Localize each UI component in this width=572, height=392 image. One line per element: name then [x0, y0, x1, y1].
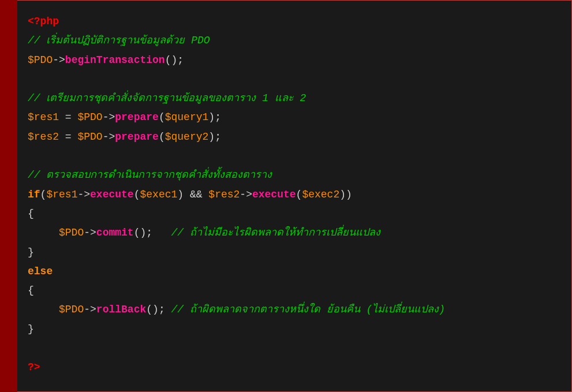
paren: ) — [346, 189, 352, 200]
paren: ) — [140, 227, 146, 238]
semicolon: ; — [177, 54, 184, 66]
keyword-if: if — [28, 189, 40, 200]
brace-open: { — [28, 285, 34, 296]
equals-op: = — [59, 131, 77, 143]
comment-line-3: // ตรวจสอบการดำเนินการจากชุดคำสั่งทั้งสอ… — [28, 169, 272, 181]
code-block: <?php // เริ่มต้นปฏิบัติการฐานข้อมูลด้วย… — [17, 0, 572, 392]
semicolon: ; — [159, 304, 165, 315]
brace-open: { — [28, 208, 34, 219]
arrow-op: -> — [84, 227, 96, 238]
paren: ) — [208, 131, 215, 143]
arrow-op: -> — [240, 189, 252, 200]
paren: ) — [208, 111, 215, 123]
var-pdo: $PDO — [59, 227, 84, 238]
semicolon: ; — [215, 131, 221, 143]
arrow-op: -> — [53, 54, 65, 66]
comment-line-4: // ถ้าไม่มีอะไรผิดพลาดให้ทำการเปลี่ยนแปล… — [171, 227, 380, 238]
method-rollback: rollBack — [96, 304, 146, 315]
method-execute: execute — [90, 189, 134, 200]
brace-close: } — [28, 323, 34, 335]
paren: ( — [159, 131, 165, 143]
var-res2: $res2 — [28, 131, 59, 143]
semicolon: ; — [146, 227, 152, 238]
brace-close: } — [28, 247, 34, 258]
paren: ) — [171, 54, 177, 66]
var-exec1: $exec1 — [140, 189, 177, 200]
paren: ) — [339, 189, 346, 200]
and-op: && — [184, 189, 208, 200]
method-prepare: prepare — [115, 131, 159, 143]
arrow-op: -> — [84, 304, 96, 315]
method-begintransaction: beginTransaction — [65, 54, 165, 66]
paren: ( — [134, 189, 140, 200]
php-close-tag: ?> — [28, 361, 40, 373]
var-query2: $query2 — [165, 131, 209, 143]
paren: ( — [134, 227, 140, 238]
var-pdo: $PDO — [28, 54, 53, 66]
left-accent-bar — [0, 0, 17, 392]
paren: ( — [165, 54, 171, 66]
comment-line-2: // เตรียมการชุดคำสั่งจัดการฐานข้อมูลของต… — [28, 92, 306, 104]
paren: ( — [159, 111, 165, 123]
var-exec2: $exec2 — [302, 189, 339, 200]
var-res1: $res1 — [46, 189, 77, 200]
var-res2: $res2 — [208, 189, 240, 200]
comment-line-1: // เริ่มต้นปฏิบัติการฐานข้อมูลด้วย PDO — [28, 35, 210, 46]
method-commit: commit — [96, 227, 134, 238]
method-execute: execute — [252, 189, 296, 200]
paren: ( — [40, 189, 47, 200]
var-res1: $res1 — [28, 111, 59, 123]
paren: ) — [177, 189, 184, 200]
php-open-tag: <?php — [28, 16, 59, 27]
arrow-op: -> — [77, 189, 90, 200]
keyword-else: else — [28, 266, 53, 277]
equals-op: = — [59, 111, 77, 123]
comment-line-5: // ถ้าผิดพลาดจากตารางหนึ่งใด ย้อนคืน (ไม… — [171, 304, 446, 315]
paren: ( — [296, 189, 302, 200]
var-query1: $query1 — [165, 111, 209, 123]
method-prepare: prepare — [115, 111, 159, 123]
paren: ) — [152, 304, 159, 315]
var-pdo: $PDO — [77, 131, 102, 143]
code-container: <?php // เริ่มต้นปฏิบัติการฐานข้อมูลด้วย… — [0, 0, 572, 392]
arrow-op: -> — [103, 111, 115, 123]
semicolon: ; — [215, 111, 221, 123]
var-pdo: $PDO — [77, 111, 102, 123]
paren: ( — [146, 304, 152, 315]
arrow-op: -> — [103, 131, 115, 143]
var-pdo: $PDO — [59, 304, 84, 315]
